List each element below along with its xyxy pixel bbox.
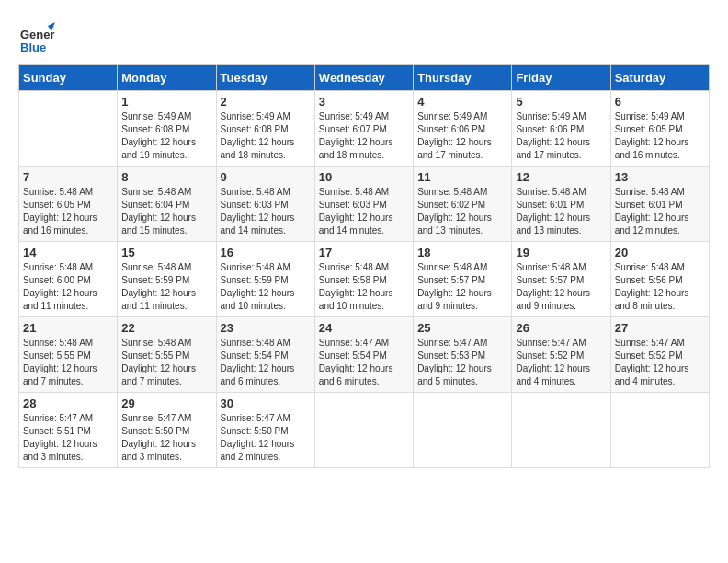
day-cell: 5Sunrise: 5:49 AM Sunset: 6:06 PM Daylig…: [512, 91, 610, 167]
day-info: Sunrise: 5:47 AM Sunset: 5:50 PM Dayligh…: [221, 412, 311, 464]
day-number: 12: [516, 170, 606, 184]
day-cell: 18Sunrise: 5:48 AM Sunset: 5:57 PM Dayli…: [414, 242, 512, 317]
day-info: Sunrise: 5:47 AM Sunset: 5:50 PM Dayligh…: [121, 412, 211, 464]
day-cell: 13Sunrise: 5:48 AM Sunset: 6:01 PM Dayli…: [610, 167, 709, 242]
day-cell: 24Sunrise: 5:47 AM Sunset: 5:54 PM Dayli…: [314, 317, 413, 393]
day-number: 9: [221, 170, 311, 184]
day-info: Sunrise: 5:48 AM Sunset: 6:03 PM Dayligh…: [319, 186, 409, 237]
day-cell: 4Sunrise: 5:49 AM Sunset: 6:06 PM Daylig…: [414, 91, 512, 167]
day-number: 5: [516, 95, 606, 109]
day-info: Sunrise: 5:48 AM Sunset: 6:01 PM Dayligh…: [615, 186, 705, 237]
day-cell: 7Sunrise: 5:48 AM Sunset: 6:05 PM Daylig…: [19, 167, 118, 242]
day-info: Sunrise: 5:47 AM Sunset: 5:51 PM Dayligh…: [23, 412, 113, 464]
day-number: 1: [121, 95, 211, 109]
day-cell: 26Sunrise: 5:47 AM Sunset: 5:52 PM Dayli…: [512, 317, 610, 393]
day-number: 19: [516, 246, 606, 259]
day-cell: 6Sunrise: 5:49 AM Sunset: 6:05 PM Daylig…: [610, 91, 709, 167]
day-number: 23: [221, 321, 311, 335]
day-cell: 19Sunrise: 5:48 AM Sunset: 5:57 PM Dayli…: [512, 242, 610, 317]
empty-cell: [414, 393, 512, 468]
day-cell: 15Sunrise: 5:48 AM Sunset: 5:59 PM Dayli…: [118, 242, 216, 317]
weekday-header: Sunday: [19, 65, 118, 91]
day-cell: 29Sunrise: 5:47 AM Sunset: 5:50 PM Dayli…: [118, 393, 216, 468]
day-cell: 14Sunrise: 5:48 AM Sunset: 6:00 PM Dayli…: [19, 242, 118, 317]
day-info: Sunrise: 5:48 AM Sunset: 5:57 PM Dayligh…: [516, 261, 606, 313]
day-info: Sunrise: 5:48 AM Sunset: 5:59 PM Dayligh…: [221, 261, 311, 313]
day-cell: 30Sunrise: 5:47 AM Sunset: 5:50 PM Dayli…: [216, 393, 314, 468]
day-number: 13: [615, 170, 705, 184]
day-info: Sunrise: 5:47 AM Sunset: 5:52 PM Dayligh…: [516, 337, 606, 388]
day-info: Sunrise: 5:48 AM Sunset: 5:55 PM Dayligh…: [23, 337, 113, 388]
day-number: 14: [23, 246, 113, 259]
day-info: Sunrise: 5:47 AM Sunset: 5:53 PM Dayligh…: [417, 337, 507, 388]
day-number: 11: [417, 170, 507, 184]
day-number: 16: [221, 246, 311, 259]
day-number: 10: [319, 170, 409, 184]
day-cell: 9Sunrise: 5:48 AM Sunset: 6:03 PM Daylig…: [216, 167, 314, 242]
day-cell: 27Sunrise: 5:47 AM Sunset: 5:52 PM Dayli…: [610, 317, 709, 393]
weekday-header: Saturday: [610, 65, 709, 91]
day-info: Sunrise: 5:48 AM Sunset: 6:03 PM Dayligh…: [221, 186, 311, 237]
empty-cell: [19, 91, 118, 167]
day-info: Sunrise: 5:48 AM Sunset: 5:56 PM Dayligh…: [615, 261, 705, 313]
day-number: 6: [615, 95, 705, 109]
day-number: 8: [121, 170, 211, 184]
calendar-body: 1Sunrise: 5:49 AM Sunset: 6:08 PM Daylig…: [19, 91, 710, 468]
day-info: Sunrise: 5:48 AM Sunset: 6:01 PM Dayligh…: [516, 186, 606, 237]
day-info: Sunrise: 5:49 AM Sunset: 6:08 PM Dayligh…: [121, 110, 211, 162]
day-cell: 16Sunrise: 5:48 AM Sunset: 5:59 PM Dayli…: [216, 242, 314, 317]
day-cell: 17Sunrise: 5:48 AM Sunset: 5:58 PM Dayli…: [314, 242, 413, 317]
day-cell: 2Sunrise: 5:49 AM Sunset: 6:08 PM Daylig…: [216, 91, 314, 167]
day-number: 27: [615, 321, 705, 335]
day-number: 4: [417, 95, 507, 109]
calendar-table: SundayMondayTuesdayWednesdayThursdayFrid…: [18, 64, 710, 468]
day-cell: 21Sunrise: 5:48 AM Sunset: 5:55 PM Dayli…: [19, 317, 118, 393]
day-number: 3: [319, 95, 409, 109]
weekday-header: Friday: [512, 65, 610, 91]
day-cell: 23Sunrise: 5:48 AM Sunset: 5:54 PM Dayli…: [216, 317, 314, 393]
day-number: 29: [121, 396, 211, 410]
empty-cell: [512, 393, 610, 468]
day-info: Sunrise: 5:48 AM Sunset: 6:02 PM Dayligh…: [417, 186, 507, 237]
day-info: Sunrise: 5:49 AM Sunset: 6:08 PM Dayligh…: [221, 110, 311, 162]
day-number: 25: [417, 321, 507, 335]
svg-text:Blue: Blue: [20, 40, 46, 54]
calendar-header: SundayMondayTuesdayWednesdayThursdayFrid…: [19, 65, 710, 91]
day-cell: 1Sunrise: 5:49 AM Sunset: 6:08 PM Daylig…: [118, 91, 216, 167]
empty-cell: [314, 393, 413, 468]
day-number: 2: [221, 95, 311, 109]
day-info: Sunrise: 5:48 AM Sunset: 6:05 PM Dayligh…: [23, 186, 113, 237]
day-number: 24: [319, 321, 409, 335]
day-cell: 22Sunrise: 5:48 AM Sunset: 5:55 PM Dayli…: [118, 317, 216, 393]
day-number: 30: [221, 396, 311, 410]
day-cell: 12Sunrise: 5:48 AM Sunset: 6:01 PM Dayli…: [512, 167, 610, 242]
day-info: Sunrise: 5:48 AM Sunset: 5:58 PM Dayligh…: [319, 261, 409, 313]
day-number: 7: [23, 170, 113, 184]
day-cell: 8Sunrise: 5:48 AM Sunset: 6:04 PM Daylig…: [118, 167, 216, 242]
day-number: 20: [615, 246, 705, 259]
weekday-header: Wednesday: [314, 65, 413, 91]
weekday-header: Monday: [118, 65, 216, 91]
day-cell: 10Sunrise: 5:48 AM Sunset: 6:03 PM Dayli…: [314, 167, 413, 242]
day-info: Sunrise: 5:47 AM Sunset: 5:52 PM Dayligh…: [615, 337, 705, 388]
day-info: Sunrise: 5:48 AM Sunset: 5:57 PM Dayligh…: [417, 261, 507, 313]
day-number: 28: [23, 396, 113, 410]
day-info: Sunrise: 5:47 AM Sunset: 5:54 PM Dayligh…: [319, 337, 409, 388]
day-info: Sunrise: 5:48 AM Sunset: 5:54 PM Dayligh…: [221, 337, 311, 388]
day-info: Sunrise: 5:49 AM Sunset: 6:06 PM Dayligh…: [417, 110, 507, 162]
day-info: Sunrise: 5:48 AM Sunset: 5:59 PM Dayligh…: [121, 261, 211, 313]
day-info: Sunrise: 5:49 AM Sunset: 6:07 PM Dayligh…: [319, 110, 409, 162]
logo-icon: General Blue: [18, 18, 55, 55]
day-info: Sunrise: 5:49 AM Sunset: 6:06 PM Dayligh…: [516, 110, 606, 162]
day-number: 18: [417, 246, 507, 259]
day-number: 15: [121, 246, 211, 259]
logo: General Blue: [18, 18, 59, 55]
svg-text:General: General: [20, 28, 55, 41]
day-cell: 11Sunrise: 5:48 AM Sunset: 6:02 PM Dayli…: [414, 167, 512, 242]
page-header: General Blue: [18, 18, 710, 55]
day-cell: 3Sunrise: 5:49 AM Sunset: 6:07 PM Daylig…: [314, 91, 413, 167]
weekday-header: Tuesday: [216, 65, 314, 91]
day-number: 22: [121, 321, 211, 335]
day-info: Sunrise: 5:48 AM Sunset: 6:04 PM Dayligh…: [121, 186, 211, 237]
day-info: Sunrise: 5:48 AM Sunset: 5:55 PM Dayligh…: [121, 337, 211, 388]
